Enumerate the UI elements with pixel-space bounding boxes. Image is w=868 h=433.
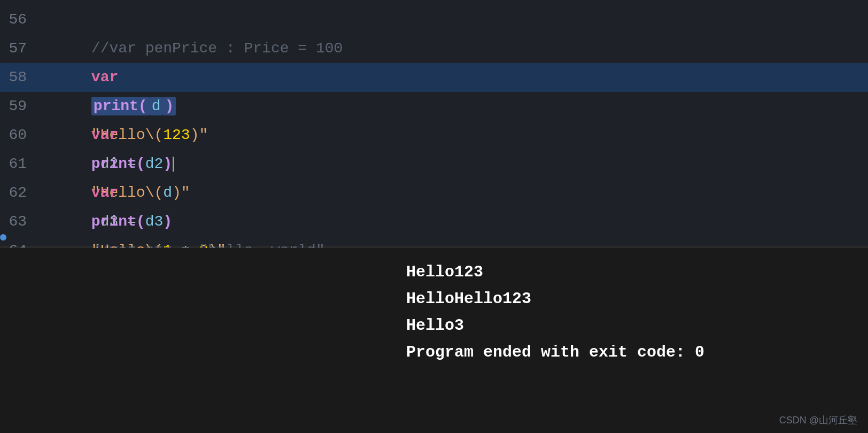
output-line-2: HelloHello123 bbox=[406, 285, 852, 312]
line-number-58: 58 bbox=[5, 63, 37, 92]
code-line-60: 60 print(d2) bbox=[0, 121, 868, 150]
code-line-61: 61 var d3 = "Hello\(1 + 2)" bbox=[0, 150, 868, 179]
output-line-3: Hello3 bbox=[406, 312, 852, 339]
code-editor: 56 //var penPrice : Price = 100 57 var d… bbox=[0, 0, 868, 246]
line-number-59: 59 bbox=[5, 92, 37, 121]
output-line-1: Hello123 bbox=[406, 259, 852, 285]
line-number-56: 56 bbox=[5, 5, 37, 34]
code-line-58: 58 print(d) bbox=[0, 63, 868, 92]
line-number-57: 57 bbox=[5, 34, 37, 63]
code-line-59: 59 var d2 = "Hello\(d)" bbox=[0, 92, 868, 121]
code-line-62: 62 print(d3) bbox=[0, 179, 868, 207]
blue-dot-indicator bbox=[0, 234, 6, 241]
line-number-62: 62 bbox=[5, 179, 37, 207]
line-number-63: 63 bbox=[5, 207, 37, 236]
code-line-56: 56 //var penPrice : Price = 100 bbox=[0, 5, 868, 34]
output-left-panel bbox=[0, 248, 390, 433]
output-area: Hello123 HelloHello123 Hello3 Program en… bbox=[0, 248, 868, 433]
code-line-63: 63 //var str = "hello, world" bbox=[0, 207, 868, 236]
line-number-61: 61 bbox=[5, 150, 37, 179]
watermark: CSDN @山河丘壑 bbox=[779, 414, 857, 427]
output-line-4: Program ended with exit code: 0 bbox=[406, 339, 852, 366]
output-right-panel: Hello123 HelloHello123 Hello3 Program en… bbox=[390, 248, 868, 433]
line-number-60: 60 bbox=[5, 121, 37, 150]
code-line-57: 57 var d = "Hello\(123)" bbox=[0, 34, 868, 63]
